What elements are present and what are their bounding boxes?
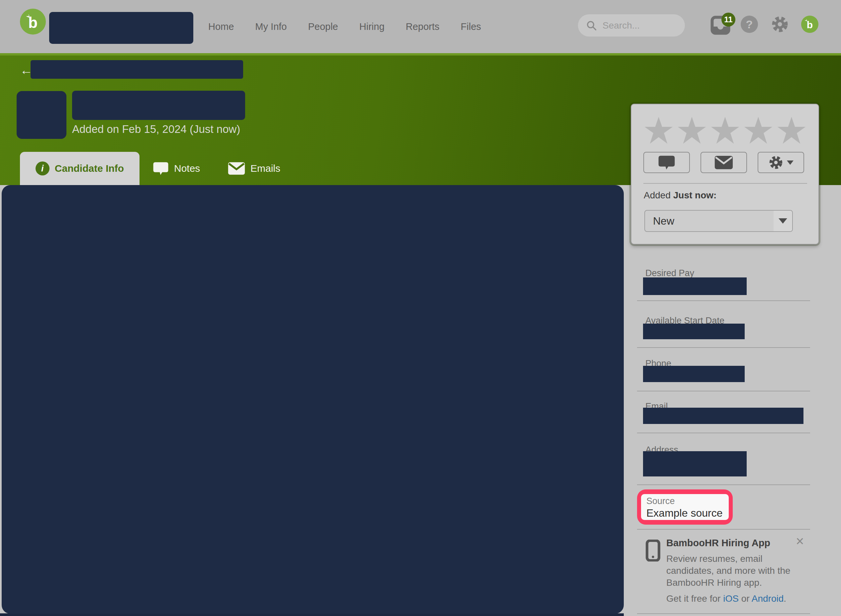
user-avatar[interactable]: b — [801, 16, 818, 33]
tab-notes[interactable]: Notes — [153, 152, 200, 185]
redacted-phone — [643, 366, 745, 382]
star-icon[interactable] — [776, 115, 807, 146]
envelope-icon — [715, 155, 733, 169]
nav-item-home[interactable]: Home — [208, 21, 234, 32]
content-bottom-strip — [0, 613, 624, 616]
close-icon[interactable]: × — [796, 534, 804, 548]
source-value: Example source — [646, 507, 729, 519]
promo-title: BambooHR Hiring App — [666, 538, 770, 549]
redacted-job-title — [31, 60, 243, 79]
redacted-start-date — [643, 324, 745, 339]
promo-period: . — [784, 593, 786, 604]
envelope-icon — [228, 162, 245, 175]
promo-or-text: or — [739, 593, 752, 604]
redacted-email — [643, 408, 803, 424]
select-caret-zone — [774, 211, 792, 231]
comment-bubble-icon — [153, 161, 169, 176]
star-icon[interactable] — [643, 115, 674, 146]
gear-icon — [768, 155, 784, 170]
panel-divider — [643, 183, 807, 184]
top-nav-bar: b Home My Info People Hiring Reports Fil… — [0, 0, 841, 53]
source-label: Source — [646, 496, 729, 506]
info-icon: i — [35, 161, 50, 175]
search-icon — [586, 20, 597, 31]
nav-item-people[interactable]: People — [308, 21, 338, 32]
redacted-candidate-avatar — [17, 91, 66, 139]
redacted-desired-pay — [643, 277, 747, 295]
bamboohr-logo[interactable]: b — [20, 9, 46, 35]
tab-emails[interactable]: Emails — [228, 152, 280, 185]
source-highlight-ring: Source Example source — [637, 490, 733, 525]
android-link[interactable]: Android — [752, 593, 784, 604]
field-divider — [637, 347, 810, 348]
tab-candidate-info[interactable]: i Candidate Info — [20, 152, 139, 185]
more-actions-button[interactable] — [757, 152, 804, 173]
avatar-letter: b — [807, 19, 813, 31]
ios-link[interactable]: iOS — [723, 593, 739, 604]
help-icon[interactable]: ? — [741, 16, 758, 33]
redacted-company-name — [49, 12, 193, 44]
nav-item-reports[interactable]: Reports — [406, 21, 440, 32]
nav-item-hiring[interactable]: Hiring — [359, 21, 385, 32]
star-icon[interactable] — [676, 115, 708, 146]
global-search[interactable] — [578, 14, 685, 37]
field-divider — [637, 433, 810, 433]
comment-bubble-icon — [658, 154, 675, 170]
nav-item-files[interactable]: Files — [461, 21, 481, 32]
field-divider — [637, 391, 810, 392]
promo-description: Review resumes, email candidates, and mo… — [666, 553, 799, 589]
status-added-label: Added Just now: — [644, 190, 716, 201]
redacted-resume-viewer — [1, 185, 624, 614]
search-input[interactable] — [602, 20, 675, 31]
redacted-address — [643, 451, 747, 477]
panel-action-buttons — [643, 152, 804, 173]
star-rating — [631, 115, 818, 146]
chevron-down-icon — [787, 160, 794, 165]
bamboohr-candidate-page: b Home My Info People Hiring Reports Fil… — [0, 0, 841, 616]
promo-download-line: Get it free for iOS or Android. — [666, 593, 786, 604]
add-note-button[interactable] — [643, 152, 690, 173]
send-email-button[interactable] — [700, 152, 747, 173]
star-icon[interactable] — [709, 115, 741, 146]
nav-item-my-info[interactable]: My Info — [255, 21, 287, 32]
added-on-date: Added on Feb 15, 2024 (Just now) — [72, 123, 240, 136]
header-top-accent — [0, 53, 841, 56]
promo-get-prefix: Get it free for — [666, 593, 723, 604]
tab-label: Emails — [251, 163, 280, 174]
logo-letter: b — [28, 14, 38, 32]
tab-label: Notes — [174, 163, 200, 174]
chevron-down-icon — [778, 218, 787, 224]
field-divider — [637, 484, 810, 485]
star-icon[interactable] — [743, 115, 774, 146]
main-nav: Home My Info People Hiring Reports Files — [208, 0, 481, 53]
status-value: New — [653, 215, 674, 227]
source-field: Source Example source — [641, 494, 729, 520]
notification-badge[interactable]: 11 — [721, 13, 736, 26]
field-label-desired-pay: Desired Pay — [645, 268, 694, 279]
field-divider — [637, 301, 810, 301]
candidate-action-panel: Added Just now: New — [631, 104, 819, 245]
redacted-candidate-name — [72, 91, 245, 120]
tab-label: Candidate Info — [55, 163, 124, 174]
settings-gear-icon[interactable] — [771, 15, 789, 34]
field-divider — [637, 529, 810, 529]
candidate-status-select[interactable]: New — [645, 210, 793, 232]
bottom-divider — [637, 613, 810, 614]
mobile-phone-icon — [646, 540, 660, 563]
